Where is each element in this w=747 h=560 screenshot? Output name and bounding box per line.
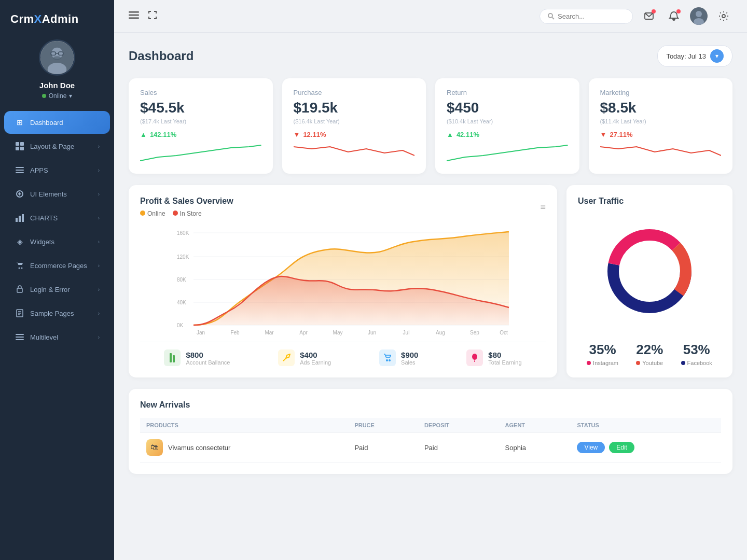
svg-text:Jan: Jan — [197, 330, 205, 335]
charts-icon — [15, 213, 25, 223]
search-bar[interactable] — [540, 9, 633, 24]
charts-row: Profit & Sales Overview Online In Store … — [129, 185, 732, 377]
mini-chart-return — [447, 143, 568, 163]
ui-icon — [15, 189, 25, 199]
sidebar-item-charts[interactable]: CHARTS › — [4, 206, 110, 229]
svg-rect-30 — [129, 11, 139, 13]
sidebar-item-label: Layout & Page — [30, 143, 74, 150]
svg-text:May: May — [333, 330, 343, 335]
login-icon — [15, 284, 25, 295]
topbar — [114, 0, 747, 33]
sidebar-item-label: CHARTS — [30, 214, 58, 222]
col-price: PRUCE — [348, 418, 418, 433]
svg-rect-11 — [16, 167, 24, 168]
mail-icon[interactable] — [640, 7, 658, 25]
svg-rect-13 — [16, 172, 24, 173]
profit-chart-card: Profit & Sales Overview Online In Store … — [129, 185, 557, 377]
facebook-stat: 53% Facebook — [681, 342, 712, 366]
search-input[interactable] — [558, 12, 625, 20]
sidebar-item-multilevel[interactable]: Multilevel › — [4, 326, 110, 348]
instagram-dot — [587, 361, 591, 365]
chevron-right-icon: › — [98, 144, 100, 149]
stat-trend: ▲ 42.11% — [447, 131, 568, 138]
profile-section: John Doe Online ▾ — [0, 31, 114, 110]
status-button-edit[interactable]: Edit — [609, 442, 634, 453]
donut-svg — [592, 214, 707, 328]
sidebar-item-label: Ecommerce Pages — [30, 262, 87, 270]
chart-header: Profit & Sales Overview Online In Store … — [140, 197, 546, 217]
col-status: STATUS — [571, 418, 721, 433]
svg-point-62 — [386, 360, 388, 361]
sidebar-item-sample[interactable]: Sample Pages › — [4, 302, 110, 325]
stat-sublabel: ($17.4k Last Year) — [140, 118, 261, 124]
fullscreen-icon[interactable] — [147, 10, 158, 23]
bell-icon[interactable] — [665, 7, 683, 25]
sidebar-item-widgets[interactable]: ◈ Widgets › — [4, 230, 110, 253]
youtube-label: Youtube — [642, 360, 663, 366]
brand: CrmXAdmin — [0, 0, 114, 31]
svg-point-64 — [472, 354, 477, 360]
trend-pct: 12.11% — [303, 131, 326, 138]
chart-menu-icon[interactable]: ≡ — [540, 202, 546, 213]
youtube-source: Youtube — [636, 360, 663, 366]
svg-rect-17 — [16, 218, 18, 222]
svg-text:Sep: Sep — [470, 330, 479, 335]
svg-text:Jul: Jul — [403, 330, 410, 335]
chevron-right-icon: › — [98, 287, 100, 292]
main-content: Dashboard Today: Jul 13 ▾ Sales $45.5k (… — [114, 0, 747, 560]
sidebar-item-layout[interactable]: Layout & Page › — [4, 135, 110, 158]
svg-rect-18 — [19, 216, 21, 222]
date-button[interactable]: Today: Jul 13 ▾ — [657, 45, 732, 67]
stat-value: $8.5k — [600, 100, 722, 116]
chevron-right-icon: › — [98, 167, 100, 173]
user-traffic-title: User Traffic — [578, 197, 624, 206]
svg-point-33 — [548, 13, 552, 18]
topbar-right — [540, 7, 732, 25]
stat-label: Sales — [140, 89, 261, 96]
svg-rect-12 — [16, 170, 24, 171]
user-avatar[interactable] — [690, 7, 708, 25]
sidebar-item-label: Login & Error — [30, 286, 70, 293]
ecommerce-icon — [15, 260, 25, 271]
svg-text:Feb: Feb — [230, 330, 240, 335]
svg-text:120K: 120K — [177, 254, 189, 260]
sales-icon — [379, 349, 396, 366]
ads-label: Ads Earning — [300, 359, 331, 366]
sales-value: $900 — [401, 351, 418, 359]
sidebar-item-login[interactable]: Login & Error › — [4, 278, 110, 301]
svg-point-20 — [19, 268, 20, 269]
status-cell: View Edit — [571, 433, 721, 463]
table-row: 🛍 Vivamus consectetur Paid Paid Sophia V… — [140, 433, 721, 463]
legend-online: Online — [140, 210, 165, 217]
chevron-right-icon: › — [98, 191, 100, 197]
chevron-right-icon: › — [98, 334, 100, 340]
svg-line-34 — [552, 18, 555, 20]
earning-value: $80 — [488, 351, 521, 359]
ads-value: $400 — [300, 351, 331, 359]
profile-name: John Doe — [39, 81, 75, 90]
instagram-source: Instagram — [587, 360, 618, 366]
user-traffic-card: User Traffic 35% — [566, 185, 732, 377]
svg-point-63 — [389, 360, 390, 361]
sales-label: Sales — [401, 359, 418, 366]
svg-rect-29 — [16, 339, 24, 340]
status-button-view[interactable]: View — [577, 442, 605, 453]
settings-icon[interactable] — [715, 7, 732, 25]
status-dot — [42, 94, 46, 98]
svg-rect-10 — [20, 147, 24, 150]
menu-icon[interactable] — [129, 10, 139, 23]
status-label: Online — [49, 92, 67, 100]
status-chevron: ▾ — [69, 92, 72, 100]
svg-point-39 — [722, 15, 725, 18]
sidebar-item-ui[interactable]: UI Elements › — [4, 183, 110, 205]
sidebar-item-label: APPS — [30, 166, 48, 174]
svg-text:Aug: Aug — [436, 330, 445, 335]
svg-point-21 — [21, 268, 23, 269]
mail-badge — [652, 9, 656, 13]
brand-x: X — [34, 12, 42, 25]
stat-card-purchase: Purchase $19.5k ($16.4k Last Year) ▼ 12.… — [282, 78, 426, 174]
sidebar-item-dashboard[interactable]: ⊞ Dashboard — [4, 111, 110, 134]
sidebar-item-apps[interactable]: APPS › — [4, 159, 110, 181]
balance-icon — [164, 349, 181, 366]
sidebar-item-ecommerce[interactable]: Ecommerce Pages › — [4, 254, 110, 277]
